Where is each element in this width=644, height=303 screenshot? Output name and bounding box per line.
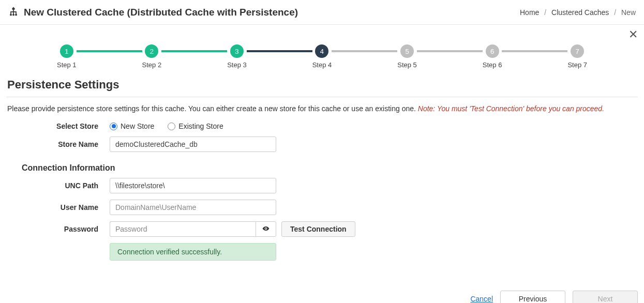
page-header: New Clustered Cache (Distributed Cache w… [0, 0, 644, 25]
radio-icon [110, 123, 117, 130]
intro-note: Note: You must 'Test Connection' before … [418, 104, 604, 113]
step-3[interactable]: 3Step 3 [227, 44, 247, 69]
eye-icon [262, 225, 269, 234]
previous-button[interactable]: Previous [500, 291, 565, 303]
existing-store-radio[interactable]: Existing Store [168, 122, 223, 130]
new-store-radio[interactable]: New Store [110, 122, 154, 130]
close-icon: ✕ [628, 28, 638, 41]
page-title: New Clustered Cache (Distributed Cache w… [24, 7, 298, 18]
sitemap-icon [8, 6, 19, 18]
password-input[interactable] [110, 221, 256, 237]
next-button: Next [573, 291, 638, 303]
store-name-label: Store Name [6, 140, 110, 148]
cancel-button[interactable]: Cancel [470, 295, 493, 303]
step-4[interactable]: 4Step 4 [312, 44, 332, 69]
step-7: 7Step 7 [567, 44, 587, 69]
unc-path-label: UNC Path [6, 181, 110, 190]
step-6: 6Step 6 [483, 44, 502, 69]
section-title: Persistence Settings [6, 71, 638, 97]
unc-path-input[interactable] [110, 178, 276, 193]
user-name-label: User Name [6, 203, 110, 211]
step-5: 5Step 5 [397, 44, 417, 69]
breadcrumb-current: New [621, 8, 636, 17]
connection-info-title: Connection Information [6, 158, 399, 178]
wizard-footer: Cancel Previous Next [0, 281, 644, 303]
connection-status-alert: Connection verified successfully. [110, 243, 276, 261]
close-button[interactable]: ✕ [628, 29, 638, 40]
step-1[interactable]: 1Step 1 [57, 44, 77, 69]
intro-text: Please provide persistence store setting… [6, 104, 638, 113]
store-name-input[interactable] [110, 137, 276, 152]
wizard-stepper: 1Step 1 2Step 2 3Step 3 4Step 4 5Step 5 … [0, 40, 644, 71]
user-name-input[interactable] [110, 200, 276, 215]
radio-icon [168, 123, 175, 130]
test-connection-button[interactable]: Test Connection [281, 221, 355, 237]
password-label: Password [6, 225, 110, 233]
breadcrumb-caches[interactable]: Clustered Caches [551, 8, 609, 17]
select-store-label: Select Store [6, 122, 110, 130]
toggle-password-button[interactable] [256, 221, 276, 237]
breadcrumb: Home / Clustered Caches / New [520, 8, 636, 17]
breadcrumb-home[interactable]: Home [520, 8, 539, 17]
step-2[interactable]: 2Step 2 [142, 44, 162, 69]
